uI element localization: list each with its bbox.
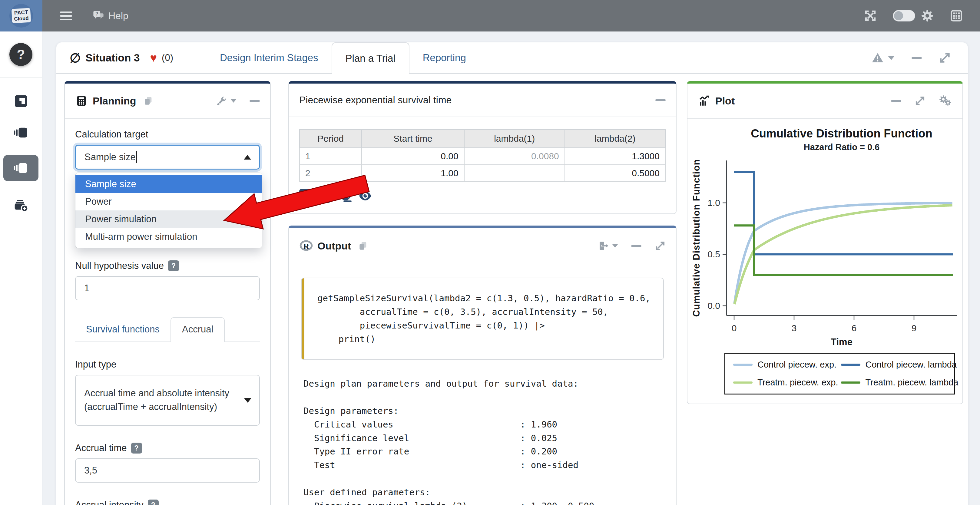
- option-sample-size[interactable]: Sample size: [75, 175, 262, 193]
- tab-accrual[interactable]: Accrual: [170, 317, 225, 342]
- input-type-value: Accrual time and absolute intensity (acc…: [84, 387, 234, 414]
- cell-lambda2[interactable]: 0.5000: [565, 165, 665, 182]
- theme-gear-icon[interactable]: [921, 9, 934, 22]
- calculation-target-label: Calculation target: [75, 129, 260, 140]
- legend-item: Treatm. piecew. exp.: [733, 378, 838, 387]
- planning-sub-tabs: Survival functions Accrual: [75, 317, 260, 342]
- option-power-simulation[interactable]: Power simulation: [75, 210, 262, 228]
- null-hypothesis-input[interactable]: 1: [75, 276, 260, 300]
- accrual-time-label: Accrual time ?: [75, 443, 260, 454]
- cell-start-time[interactable]: 0.00: [361, 148, 464, 165]
- warning-icon[interactable]: [872, 52, 884, 64]
- output-result-text: Design plan parameters and output for su…: [304, 377, 664, 505]
- option-power[interactable]: Power: [75, 193, 262, 210]
- cell-lambda1[interactable]: 0.0080: [464, 148, 565, 165]
- help-question-badge[interactable]: ?: [168, 260, 179, 271]
- fullscreen-icon[interactable]: [864, 9, 877, 22]
- collapse-piecewise-icon[interactable]: [655, 99, 666, 101]
- help-question-badge[interactable]: ?: [148, 500, 159, 505]
- help-label: Help: [108, 10, 129, 22]
- expand-plot-icon[interactable]: [915, 95, 926, 106]
- tab-survival-functions[interactable]: Survival functions: [75, 318, 170, 341]
- sidebar: ?: [0, 32, 42, 505]
- add-row-button[interactable]: +: [299, 189, 313, 203]
- copy-icon[interactable]: [143, 96, 153, 106]
- cdf-chart-svg: Cumulative Distribution FunctionHazard R…: [689, 124, 963, 350]
- chart-legend: Control piecew. exp. Control piecew. lam…: [724, 353, 955, 394]
- output-title: Output: [317, 240, 351, 252]
- plot-settings-gears-icon[interactable]: [939, 95, 952, 107]
- warning-caret-icon[interactable]: [888, 56, 895, 60]
- cell-lambda1[interactable]: [464, 165, 565, 182]
- collapse-plot-icon[interactable]: [891, 100, 901, 102]
- chevron-down-icon: [244, 398, 251, 403]
- dark-mode-toggle[interactable]: [893, 10, 915, 22]
- accrual-time-input[interactable]: 3,5: [75, 458, 260, 483]
- tools-wrench-icon[interactable]: [216, 95, 227, 106]
- legend-item: Treatm. piecew. lambda: [841, 378, 958, 387]
- sidebar-divider: [0, 77, 42, 78]
- plot-panel: Plot Cumulative Distribution FunctionHaz…: [687, 81, 963, 404]
- avatar-question: ?: [17, 47, 25, 62]
- svg-text:6: 6: [851, 323, 857, 333]
- remove-row-button[interactable]: −: [317, 189, 331, 203]
- logo-line2: Cloud: [14, 16, 29, 22]
- export-caret-icon[interactable]: [612, 245, 618, 248]
- tab-design-interim-stages[interactable]: Design Interim Stages: [207, 42, 332, 73]
- input-type-select[interactable]: Accrual time and absolute intensity (acc…: [75, 375, 260, 426]
- copy-icon[interactable]: [358, 241, 368, 251]
- chart-icon: [698, 94, 711, 107]
- rpact-cloud-logo-icon: PACT Cloud: [10, 4, 33, 27]
- legend-swatch-treatm-exp: [733, 381, 752, 384]
- tools-caret-icon[interactable]: [231, 99, 236, 103]
- sidebar-item-add-situation-icon[interactable]: [13, 197, 29, 213]
- svg-text:Cumulative Distribution Functi: Cumulative Distribution Function: [691, 159, 702, 317]
- eraser-icon[interactable]: [339, 189, 353, 203]
- svg-text:3: 3: [792, 323, 797, 333]
- sidebar-item-stages-icon[interactable]: [13, 93, 29, 109]
- sidebar-item-situations-icon[interactable]: [13, 125, 29, 140]
- eye-icon[interactable]: [358, 189, 372, 203]
- legend-swatch-control-lambda: [841, 364, 861, 366]
- r-logo-icon: [299, 239, 313, 253]
- apps-grid-icon[interactable]: [950, 9, 963, 22]
- collapse-output-icon[interactable]: [631, 245, 641, 247]
- help-button[interactable]: Help: [92, 10, 129, 22]
- calculation-target-select[interactable]: Sample size: [75, 145, 260, 170]
- cell-start-time[interactable]: 1.00: [361, 165, 464, 182]
- svg-text:0.0: 0.0: [708, 301, 720, 311]
- legend-swatch-treatm-lambda: [841, 381, 861, 384]
- tab-plan-a-trial[interactable]: Plan a Trial: [332, 42, 409, 74]
- help-question-badge[interactable]: ?: [131, 443, 142, 454]
- output-panel: Output getSampleSi: [288, 226, 676, 505]
- cell-lambda2[interactable]: 1.3000: [565, 148, 665, 165]
- svg-text:9: 9: [912, 323, 917, 333]
- calculation-target-value: Sample size: [84, 152, 136, 163]
- collapse-planning-icon[interactable]: [250, 100, 260, 102]
- help-bubble-icon: [92, 10, 105, 22]
- export-icon[interactable]: [598, 240, 609, 251]
- legend-label: Treatm. piecew. exp.: [757, 378, 838, 387]
- option-multi-arm-power-simulation[interactable]: Multi-arm power simulation: [75, 228, 262, 246]
- planning-title: Planning: [93, 95, 136, 107]
- r-code-block[interactable]: getSampleSizeSurvival(lambda2 = c(1.3, 0…: [301, 278, 664, 360]
- favorite-heart-icon[interactable]: ♥: [150, 51, 157, 65]
- expand-situation-icon[interactable]: [939, 52, 951, 64]
- menu-icon[interactable]: [60, 11, 72, 20]
- col-period: Period: [299, 130, 361, 148]
- piecewise-title: Piecewise exponential survival time: [299, 94, 452, 106]
- sidebar-item-active-situation[interactable]: [3, 155, 38, 181]
- calculator-icon: [75, 94, 88, 107]
- chevron-up-icon: [244, 155, 251, 160]
- avatar[interactable]: ?: [10, 43, 32, 66]
- app-logo[interactable]: PACT Cloud: [0, 0, 42, 32]
- calculation-target-dropdown: Sample size Power Power simulation Multi…: [75, 173, 262, 248]
- collapse-situation-icon[interactable]: [912, 57, 922, 59]
- legend-label: Control piecew. lambda: [865, 360, 956, 370]
- tab-label: Reporting: [423, 52, 466, 64]
- expand-output-icon[interactable]: [655, 240, 666, 251]
- tab-reporting[interactable]: Reporting: [409, 42, 479, 73]
- col-lambda2: lambda(2): [565, 130, 665, 148]
- main-area: ∅ Situation 3 ♥ (0) Design Interim Stage…: [42, 32, 980, 505]
- col-start-time: Start time: [361, 130, 464, 148]
